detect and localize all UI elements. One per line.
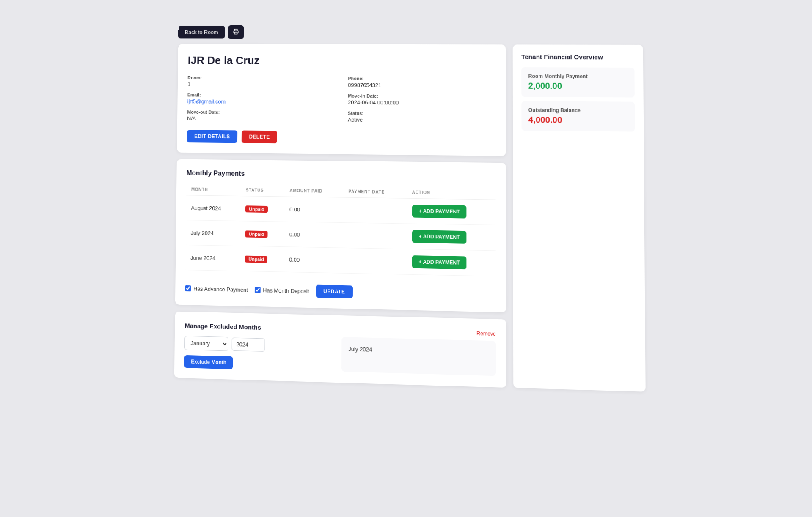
room-field: Room: 1 — [187, 75, 331, 88]
print-icon — [233, 29, 239, 35]
col-month: MONTH — [186, 183, 241, 196]
add-payment-button[interactable]: + ADD PAYMENT — [412, 205, 466, 219]
row-date — [343, 248, 407, 274]
tenant-name: IJR De la Cruz — [187, 54, 495, 68]
excluded-form: Manage Excluded Months JanuaryFebruaryMa… — [184, 322, 335, 372]
row-amount: 0.00 — [284, 247, 343, 273]
has-advance-checkbox[interactable]: Has Advance Payment — [185, 285, 248, 293]
email-label: Email: — [187, 92, 331, 98]
row-action: + ADD PAYMENT — [407, 198, 495, 225]
remove-link[interactable]: Remove — [476, 331, 496, 337]
status-label: Status: — [347, 111, 495, 117]
payment-options: Has Advance Payment Has Month Deposit UP… — [185, 277, 495, 302]
excluded-month-text: July 2024 — [348, 346, 372, 353]
move-in-field: Move-in Date: 2024-06-04 00:00:00 — [348, 93, 495, 107]
has-advance-input[interactable] — [185, 285, 191, 291]
financial-title: Tenant Financial Overview — [521, 53, 634, 61]
status-field: Status: Active — [347, 111, 495, 124]
outstanding-label: Outstanding Balance — [528, 107, 628, 114]
has-advance-label: Has Advance Payment — [193, 285, 248, 293]
row-status: Unpaid — [240, 196, 284, 222]
main-content: IJR De la Cruz Room: 1 Phone: 0998765432… — [174, 44, 645, 392]
remove-link-container: Remove — [341, 326, 495, 338]
add-payment-button[interactable]: + ADD PAYMENT — [412, 255, 467, 269]
row-status: Unpaid — [240, 221, 284, 247]
add-payment-button[interactable]: + ADD PAYMENT — [412, 230, 466, 244]
payments-table: MONTH STATUS AMOUNT PAID PAYMENT DATE AC… — [185, 183, 496, 276]
delete-button[interactable]: DELETE — [241, 131, 277, 144]
monthly-payment-item: Room Monthly Payment 2,000.00 — [521, 67, 635, 98]
table-row: June 2024 Unpaid 0.00 + ADD PAYMENT — [185, 245, 496, 276]
excluded-months-list: July 2024 — [341, 337, 496, 376]
update-button[interactable]: UPDATE — [316, 285, 352, 298]
monthly-payment-label: Room Monthly Payment — [528, 73, 627, 79]
payments-title: Monthly Payments — [186, 170, 495, 181]
monthly-payments-card: Monthly Payments MONTH STATUS AMOUNT PAI… — [175, 159, 506, 313]
excluded-list-panel: Remove July 2024 — [341, 326, 496, 377]
excluded-grid: Manage Excluded Months JanuaryFebruaryMa… — [184, 322, 496, 377]
room-label: Room: — [187, 75, 331, 81]
row-date — [343, 223, 407, 249]
tenant-info-card: IJR De la Cruz Room: 1 Phone: 0998765432… — [177, 44, 506, 156]
edit-details-button[interactable]: EDIT DETAILS — [187, 130, 237, 143]
col-amount: AMOUNT PAID — [284, 185, 343, 197]
row-amount: 0.00 — [284, 222, 343, 248]
col-status: STATUS — [241, 184, 285, 197]
month-select[interactable]: JanuaryFebruaryMarchAprilMayJuneJulyAugu… — [184, 336, 228, 351]
outstanding-value: 4,000.00 — [528, 115, 628, 126]
email-value: ijrt5@gmail.com — [187, 98, 331, 105]
col-date: PAYMENT DATE — [343, 186, 407, 198]
move-out-field: Move-out Date: N/A — [187, 109, 331, 123]
monthly-payment-value: 2,000.00 — [528, 81, 628, 92]
move-out-value: N/A — [187, 115, 331, 123]
outstanding-balance-item: Outstanding Balance 4,000.00 — [521, 101, 635, 131]
year-input[interactable] — [231, 337, 265, 352]
has-deposit-label: Has Month Deposit — [263, 287, 309, 294]
phone-label: Phone: — [348, 76, 495, 82]
room-value: 1 — [187, 81, 331, 88]
row-month: July 2024 — [185, 220, 240, 246]
month-select-row: JanuaryFebruaryMarchAprilMayJuneJulyAugu… — [184, 336, 334, 354]
tenant-actions: EDIT DETAILS DELETE — [187, 130, 495, 145]
row-action: + ADD PAYMENT — [407, 224, 495, 251]
top-bar: Back to Room — [178, 25, 643, 40]
tenant-info-grid: Room: 1 Phone: 09987654321 Email: ijrt5@… — [187, 75, 495, 124]
row-date — [343, 197, 407, 224]
status-badge: Unpaid — [245, 205, 267, 213]
financial-card: Tenant Financial Overview Room Monthly P… — [512, 44, 645, 391]
has-deposit-input[interactable] — [254, 287, 260, 293]
left-column: IJR De la Cruz Room: 1 Phone: 0998765432… — [174, 44, 506, 388]
phone-value: 09987654321 — [348, 82, 495, 89]
has-deposit-checkbox[interactable]: Has Month Deposit — [254, 287, 309, 294]
svg-rect-0 — [234, 32, 237, 34]
move-out-label: Move-out Date: — [187, 109, 331, 115]
email-field: Email: ijrt5@gmail.com — [187, 92, 331, 105]
row-amount: 0.00 — [284, 197, 343, 223]
status-badge: Unpaid — [245, 255, 267, 263]
print-button[interactable] — [228, 25, 243, 39]
back-to-room-button[interactable]: Back to Room — [178, 26, 225, 39]
phone-field: Phone: 09987654321 — [348, 76, 495, 89]
row-month: June 2024 — [185, 245, 240, 271]
status-badge: Unpaid — [245, 230, 267, 238]
exclude-month-button[interactable]: Exclude Month — [184, 355, 233, 369]
col-action: ACTION — [407, 186, 495, 200]
excluded-month-item: July 2024 — [348, 344, 489, 358]
row-action: + ADD PAYMENT — [407, 249, 496, 276]
excluded-months-card: Manage Excluded Months JanuaryFebruaryMa… — [174, 312, 506, 388]
status-value: Active — [347, 117, 495, 124]
row-month: August 2024 — [186, 195, 241, 221]
excluded-title: Manage Excluded Months — [184, 322, 335, 333]
move-in-label: Move-in Date: — [348, 93, 495, 99]
row-status: Unpaid — [240, 246, 284, 272]
move-in-value: 2024-06-04 00:00:00 — [348, 99, 495, 107]
